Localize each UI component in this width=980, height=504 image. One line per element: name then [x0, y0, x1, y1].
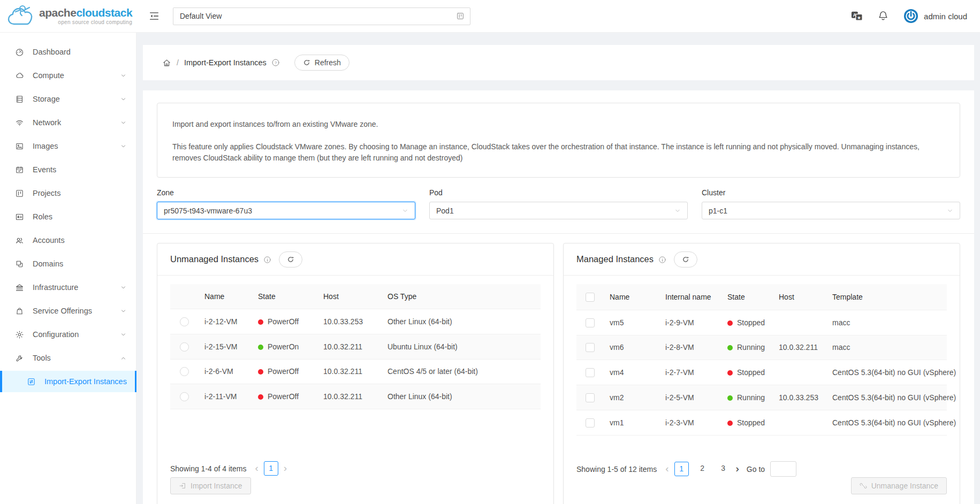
filter-row: Zone pr5075-t943-vmware-67u3 Pod Pod1 Cl… — [157, 188, 960, 219]
table-row[interactable]: i-2-15-VM PowerOn 10.0.32.211 Ubuntu Lin… — [170, 334, 541, 359]
row-radio[interactable] — [180, 367, 189, 376]
sidebar-item-network[interactable]: Network — [0, 112, 136, 133]
table-row[interactable]: i-2-12-VM PowerOff 10.0.33.253 Other Lin… — [170, 309, 541, 334]
sidebar-item-label: Service Offerings — [33, 307, 92, 315]
sidebar-item-label: Accounts — [33, 236, 65, 245]
notification-bell-icon[interactable] — [877, 10, 889, 22]
help-circle-icon[interactable]: ? — [271, 58, 280, 67]
row-checkbox[interactable] — [586, 368, 595, 377]
sidebar-item-label: Events — [33, 165, 56, 174]
managed-instances-title: Managed Instances — [576, 254, 654, 264]
row-radio[interactable] — [180, 392, 189, 401]
cell-os-type: Other Linux (64-bit) — [381, 384, 541, 409]
refresh-button[interactable]: Refresh — [294, 55, 350, 71]
goto-page-input[interactable] — [770, 461, 796, 477]
unmanage-instance-button[interactable]: Unmanage Instance — [851, 477, 947, 494]
sidebar-item-configuration[interactable]: Configuration — [0, 324, 136, 345]
column-header: State — [721, 284, 772, 310]
cell-name: vm5 — [603, 310, 659, 335]
next-page-icon[interactable]: › — [736, 465, 739, 474]
row-checkbox[interactable] — [586, 393, 595, 402]
sidebar-item-events[interactable]: Events — [0, 159, 136, 180]
table-row[interactable]: vm6 i-2-8-VM Running 10.0.32.211 macc — [576, 335, 947, 360]
cluster-select[interactable]: p1-c1 — [702, 202, 960, 219]
page-item-2[interactable]: 2 — [695, 462, 710, 476]
table-row[interactable]: vm1 i-2-3-VM Stopped CentOS 5.3(64-bit) … — [576, 410, 947, 435]
sidebar-item-storage[interactable]: Storage — [0, 88, 136, 110]
select-all-checkbox[interactable] — [586, 293, 595, 302]
row-radio[interactable] — [180, 342, 189, 352]
chevron-down-icon — [120, 143, 126, 149]
cell-name: i-2-11-VM — [198, 384, 252, 409]
cell-host: 10.0.32.211 — [317, 334, 381, 359]
sidebar-item-images[interactable]: Images — [0, 135, 136, 157]
view-select[interactable]: Default View — [173, 7, 470, 25]
info-circle-icon[interactable] — [658, 256, 666, 264]
sidebar-item-compute[interactable]: Compute — [0, 65, 136, 86]
status-dot — [727, 421, 733, 426]
pod-select-value: Pod1 — [436, 207, 454, 215]
cell-os-type: Ubuntu Linux (64-bit) — [381, 334, 541, 359]
cell-state: Stopped — [721, 410, 772, 435]
app-header: apachecloudstack open source cloud compu… — [0, 0, 980, 33]
translate-icon[interactable]: A★ — [851, 10, 863, 22]
row-checkbox[interactable] — [586, 418, 595, 427]
user-menu[interactable]: admin cloud — [903, 9, 967, 24]
managed-refresh-button[interactable] — [674, 251, 697, 268]
sidebar-item-roles[interactable]: Roles — [0, 206, 136, 227]
table-row[interactable]: i-2-6-VM PowerOff 10.0.32.211 CentOS 4/5… — [170, 359, 541, 384]
sidebar-item-service-offerings[interactable]: Service Offerings — [0, 300, 136, 322]
cell-host: 10.0.32.211 — [317, 359, 381, 384]
unmanaged-refresh-button[interactable] — [279, 251, 302, 268]
info-circle-icon[interactable] — [263, 256, 271, 264]
brand-logo[interactable]: apachecloudstack open source cloud compu… — [0, 4, 136, 28]
home-icon[interactable] — [162, 58, 171, 67]
prev-page-icon[interactable]: ‹ — [255, 464, 258, 473]
cluster-select-value: p1-c1 — [709, 207, 727, 215]
import-instance-button[interactable]: Import Instance — [170, 477, 251, 494]
chevron-down-icon — [120, 73, 126, 79]
column-header: Name — [198, 284, 252, 309]
cloudstack-app: apachecloudstack open source cloud compu… — [0, 0, 980, 504]
page-item-3[interactable]: 3 — [716, 462, 731, 476]
svg-text:★: ★ — [857, 16, 861, 20]
sidebar-item-tools[interactable]: Tools — [0, 347, 136, 369]
row-checkbox[interactable] — [586, 343, 595, 352]
cell-state: PowerOff — [252, 359, 317, 384]
import-icon — [179, 482, 186, 490]
cell-name: i-2-15-VM — [198, 334, 252, 359]
wifi-icon — [15, 118, 24, 127]
table-row[interactable]: vm4 i-2-7-VM Stopped CentOS 5.3(64-bit) … — [576, 360, 947, 385]
table-row[interactable]: vm5 i-2-9-VM Stopped macc — [576, 310, 947, 335]
sidebar-item-accounts[interactable]: Accounts — [0, 230, 136, 251]
cell-internal-name: i-2-5-VM — [659, 385, 721, 410]
sidebar-item-dashboard[interactable]: Dashboard — [0, 41, 136, 63]
cell-internal-name: i-2-3-VM — [659, 410, 721, 435]
next-page-icon[interactable]: › — [284, 464, 287, 473]
menu-fold-icon[interactable] — [148, 10, 160, 22]
sidebar-item-label: Infrastructure — [33, 283, 78, 292]
managed-instances-table: Name Internal name State Host Template v… — [576, 284, 947, 436]
table-row[interactable]: i-2-11-VM PowerOff 10.0.32.211 Other Lin… — [170, 384, 541, 409]
cloud-icon — [15, 71, 24, 80]
row-radio[interactable] — [180, 317, 189, 326]
database-icon — [15, 95, 24, 104]
row-checkbox[interactable] — [586, 318, 595, 327]
page-item-1[interactable]: 1 — [674, 462, 689, 476]
sidebar-item-projects[interactable]: Projects — [0, 182, 136, 204]
pod-select[interactable]: Pod1 — [429, 202, 688, 219]
page-item-1[interactable]: 1 — [264, 461, 278, 476]
wrench-icon — [15, 354, 24, 363]
sidebar-item-import-export-instances[interactable]: Import-Export Instances — [0, 371, 136, 392]
content-area: / Import-Export Instances ? Refresh Impo… — [136, 33, 980, 504]
column-header: Host — [772, 284, 826, 310]
cell-template: CentOS 5.3(64-bit) no GUI (vSphere) — [826, 410, 947, 435]
sidebar-item-domains[interactable]: Domains — [0, 253, 136, 274]
table-row[interactable]: vm2 i-2-5-VM Running 10.0.33.253 CentOS … — [576, 385, 947, 410]
view-select-value: Default View — [180, 12, 222, 20]
prev-page-icon[interactable]: ‹ — [665, 465, 668, 474]
chevron-down-icon — [120, 332, 126, 338]
cell-host: 10.0.33.253 — [772, 385, 826, 410]
sidebar-item-infrastructure[interactable]: Infrastructure — [0, 277, 136, 298]
zone-select[interactable]: pr5075-t943-vmware-67u3 — [157, 202, 415, 219]
